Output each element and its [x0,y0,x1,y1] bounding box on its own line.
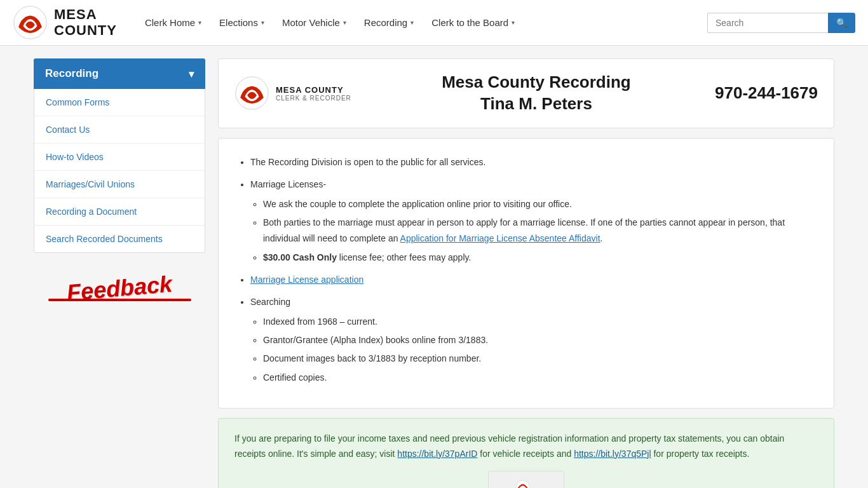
logo-area: MESA COUNTY [13,5,117,40]
sidebar-link-search-docs[interactable]: Search Recorded Documents [34,226,205,252]
header: MESA COUNTY Clerk Home ▾ Elections ▾ Mot… [0,0,868,46]
nav-recording[interactable]: Recording ▾ [355,12,423,33]
sidebar-chevron: ▾ [189,68,194,80]
marriage-application-link[interactable]: Marriage License application [250,274,363,285]
sidebar-link-recording-document[interactable]: Recording a Document [34,198,205,226]
nav-motor-vehicle-arrow: ▾ [343,19,346,26]
sidebar-link-how-to-videos[interactable]: How-to Videos [34,144,205,171]
nav-motor-vehicle[interactable]: Motor Vehicle ▾ [273,12,355,33]
notice-card: If you are preparing to file your income… [218,418,834,488]
nav-elections-arrow: ▾ [261,19,264,26]
marriage-fee-bold: $30.00 Cash Only [263,252,337,262]
nav-clerk-home[interactable]: Clerk Home ▾ [136,12,210,33]
header-org-subtitle: CLERK & RECORDER [276,95,351,102]
header-logo-text: MESA COUNTY CLERK & RECORDER [276,85,351,102]
sidebar-link-marriages[interactable]: Marriages/Civil Unions [34,171,205,198]
feedback-button[interactable]: Feedback [65,271,173,306]
page-title: Mesa County Recording Tina M. Peters [370,72,702,115]
feedback-area: Feedback [34,269,205,308]
logo-text: MESA COUNTY [54,7,117,37]
sidebar-link-common-forms[interactable]: Common Forms [34,89,205,116]
searching-sublist: Indexed from 1968 – current. Grantor/Gra… [250,314,815,386]
sidebar-link-contact-us[interactable]: Contact Us [34,116,205,144]
header-logo: MESA COUNTY CLERK & RECORDER [234,76,351,111]
visit-image: Visit us Online www.mesacounty.us [488,471,564,488]
sidebar-heading-label: Recording [45,67,98,80]
info-item-open: The Recording Division is open to the pu… [250,154,815,170]
marriage-absentee-link[interactable]: Application for Marriage License Absente… [400,233,600,243]
info-list: The Recording Division is open to the pu… [238,154,815,386]
nav-clerk-board[interactable]: Clerk to the Board ▾ [423,12,524,33]
mesa-county-logo [13,5,48,40]
sidebar-links: Common Forms Contact Us How-to Videos Ma… [34,89,205,253]
marriage-sub3: $30.00 Cash Only license fee; other fees… [263,250,815,266]
notice-link1[interactable]: https://bit.ly/37pArID [397,449,477,459]
searching-sub4: Certified copies. [263,370,815,386]
marriage-sub1: We ask the couple to complete the applic… [263,196,815,212]
header-phone: 970-244-1679 [715,83,818,103]
sidebar-heading[interactable]: Recording ▾ [34,58,205,89]
notice-link2[interactable]: https://bit.ly/37q5Pjl [574,449,651,459]
info-item-searching: Searching Indexed from 1968 – current. G… [250,294,815,386]
nav-elections[interactable]: Elections ▾ [210,12,273,33]
nav-clerk-home-arrow: ▾ [198,19,201,26]
main-nav: Clerk Home ▾ Elections ▾ Motor Vehicle ▾… [136,12,707,33]
searching-sub3: Document images back to 3/1883 by recept… [263,351,815,367]
header-title: Mesa County Recording Tina M. Peters [370,72,702,115]
marriage-sub2: Both parties to the marriage must appear… [263,215,815,247]
info-item-marriage: Marriage Licenses- We ask the couple to … [250,177,815,266]
searching-sub2: Grantor/Grantee (Alpha Index) books onli… [263,332,815,348]
header-org-name: MESA COUNTY [276,85,351,95]
info-item-marriage-link: Marriage License application [250,272,815,288]
header-card: MESA COUNTY CLERK & RECORDER Mesa County… [218,58,834,128]
nav-recording-arrow: ▾ [410,19,414,26]
main-content: MESA COUNTY CLERK & RECORDER Mesa County… [218,58,834,488]
nav-clerk-board-arrow: ▾ [512,19,515,26]
marriage-sublist: We ask the couple to complete the applic… [250,196,815,266]
header-logo-icon [234,76,269,111]
content: Recording ▾ Common Forms Contact Us How-… [21,58,847,488]
searching-sub1: Indexed from 1968 – current. [263,314,815,330]
search-button[interactable]: 🔍 [828,13,855,33]
info-card: The Recording Division is open to the pu… [218,138,834,409]
search-area: 🔍 [707,13,855,33]
visit-logo-small [515,479,538,488]
search-input[interactable] [707,13,828,33]
sidebar: Recording ▾ Common Forms Contact Us How-… [34,58,205,488]
